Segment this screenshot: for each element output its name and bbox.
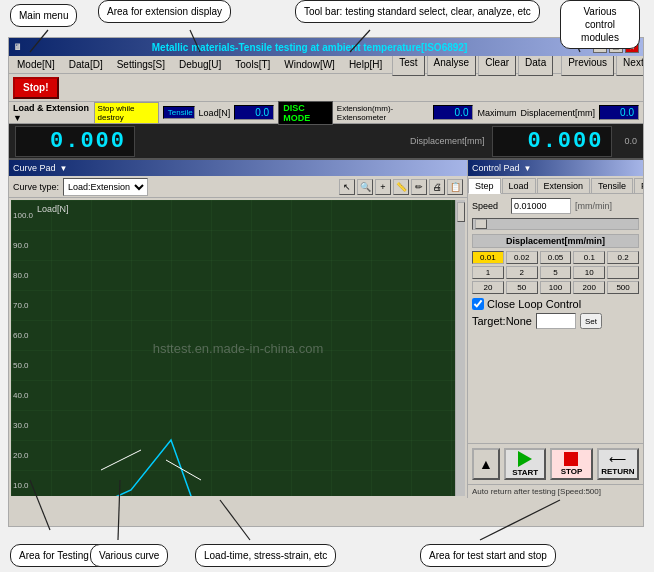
disp-btn-200[interactable]: 200	[573, 281, 605, 294]
control-tabs: Step Load Extension Tensile Program	[468, 176, 643, 194]
digital-display-right: 0.000	[492, 126, 612, 157]
target-label: Target:None	[472, 315, 532, 327]
disp-btn-01[interactable]: 0.1	[573, 251, 605, 264]
zoom-in-tool[interactable]: +	[375, 179, 391, 195]
speed-slider[interactable]	[472, 218, 639, 230]
control-panel-title: Control Pad	[472, 163, 520, 173]
target-set-button[interactable]: Set	[580, 313, 602, 329]
speed-row: Speed [mm/min]	[472, 198, 639, 214]
svg-text:90.0: 90.0	[13, 241, 29, 250]
tensile-field: Tensile	[163, 106, 195, 119]
annotation-load-time: Load-time, stress-strain, etc	[195, 544, 336, 567]
svg-text:10.0: 10.0	[13, 481, 29, 490]
disp-btn-02[interactable]: 0.2	[607, 251, 639, 264]
toolbar-prev-btn[interactable]: Previous	[561, 54, 614, 76]
extension-label: Extension(mm)-Extensometer	[337, 104, 430, 122]
close-loop-checkbox[interactable]	[472, 298, 484, 310]
tab-step[interactable]: Step	[468, 178, 501, 194]
tab-extension[interactable]: Extension	[537, 178, 591, 193]
displacement-right-value: 0.0	[624, 136, 637, 146]
menu-window[interactable]: Window[W]	[278, 58, 341, 71]
disp-btn-100[interactable]: 100	[540, 281, 572, 294]
return-label: RETURN	[601, 467, 634, 476]
disp-btn-005[interactable]: 0.05	[540, 251, 572, 264]
disp-btn-10[interactable]: 10	[573, 266, 605, 279]
displacement-value: 0.0	[599, 105, 639, 120]
svg-text:60.0: 60.0	[13, 331, 29, 340]
start-button[interactable]: START	[504, 448, 546, 480]
various-curve-label: Various curve	[99, 550, 159, 561]
curve-panel-icon: ▼	[60, 164, 68, 173]
slider-thumb[interactable]	[475, 219, 487, 229]
disp-btn-empty1	[607, 266, 639, 279]
tab-program[interactable]: Program	[634, 178, 644, 193]
vertical-scrollbar[interactable]	[455, 200, 465, 496]
menu-help[interactable]: Help[H]	[343, 58, 388, 71]
tab-load[interactable]: Load	[502, 178, 536, 193]
print-tool[interactable]: 🖨	[429, 179, 445, 195]
load-time-label: Load-time, stress-strain, etc	[204, 550, 327, 561]
curve-panel-title: Curve Pad	[13, 163, 56, 173]
disp-btn-001[interactable]: 0.01	[472, 251, 504, 264]
target-input[interactable]	[536, 313, 576, 329]
menu-debug[interactable]: Debug[U]	[173, 58, 227, 71]
load-value: 0.0	[234, 105, 274, 120]
status-row: Load & Extension ▼ Stop while destroy Te…	[9, 102, 643, 124]
svg-text:30.0: 30.0	[13, 421, 29, 430]
annotation-various-curve: Various curve	[90, 544, 168, 567]
close-loop-row: Close Loop Control	[472, 298, 639, 310]
svg-text:20.0: 20.0	[13, 451, 29, 460]
disp-btn-1[interactable]: 1	[472, 266, 504, 279]
action-buttons: ▲ START STOP ⟵ RETURN	[468, 443, 643, 484]
stop-action-label: STOP	[561, 467, 583, 476]
start-label: START	[512, 468, 538, 477]
toolbar-test-btn[interactable]: Test	[392, 54, 424, 76]
stop-button[interactable]: Stop!	[13, 77, 59, 99]
curve-type-select[interactable]: Load:Extension	[63, 178, 148, 196]
copy-tool[interactable]: 📋	[447, 179, 463, 195]
cursor-tool[interactable]: ↖	[339, 179, 355, 195]
disp-btn-2[interactable]: 2	[506, 266, 538, 279]
return-button[interactable]: ⟵ RETURN	[597, 448, 639, 480]
menu-tools[interactable]: Tools[T]	[229, 58, 276, 71]
annotation-main-menu: Main menu	[10, 4, 77, 27]
curve-toolbar: Curve type: Load:Extension ↖ 🔍 + 📏 ✏ 🖨 📋	[9, 176, 467, 198]
toolbar-next-btn[interactable]: Next	[616, 54, 644, 76]
draw-tool[interactable]: ✏	[411, 179, 427, 195]
svg-text:70.0: 70.0	[13, 301, 29, 310]
svg-text:50.0: 50.0	[13, 361, 29, 370]
main-toolbar: Stop!	[9, 74, 643, 102]
control-panel: Control Pad ▼ Step Load Extension Tensil…	[468, 160, 643, 498]
toolbar-analyse-btn[interactable]: Analyse	[427, 54, 477, 76]
speed-input[interactable]	[511, 198, 571, 214]
displacement-status-label: Displacement[mm]	[520, 108, 595, 118]
stop-action-button[interactable]: STOP	[550, 448, 592, 480]
status-section: Load & Extension ▼	[13, 103, 90, 123]
annotation-extension-display: Area for extension display	[98, 0, 231, 23]
zoom-tool[interactable]: 🔍	[357, 179, 373, 195]
menu-settings[interactable]: Settings[S]	[111, 58, 171, 71]
disp-btn-5[interactable]: 5	[540, 266, 572, 279]
app-window: 🖥 Metallic materials-Tensile testing at …	[8, 37, 644, 527]
displacement-display-label: Displacement[mm]	[410, 136, 485, 146]
toolbar-desc-label: Tool bar: testing standard select, clear…	[304, 6, 531, 17]
disp-btn-002[interactable]: 0.02	[506, 251, 538, 264]
svg-rect-0	[11, 200, 465, 496]
disp-btn-50[interactable]: 50	[506, 281, 538, 294]
disp-btn-500[interactable]: 500	[607, 281, 639, 294]
main-menu-label: Main menu	[19, 10, 68, 21]
menu-data[interactable]: Data[D]	[63, 58, 109, 71]
scrollbar-thumb[interactable]	[457, 202, 465, 222]
nav-up-button[interactable]: ▲	[472, 448, 500, 480]
disp-btn-20[interactable]: 20	[472, 281, 504, 294]
main-content: Curve Pad ▼ Curve type: Load:Extension ↖…	[9, 160, 643, 498]
curve-panel: Curve Pad ▼ Curve type: Load:Extension ↖…	[9, 160, 468, 498]
toolbar-data-btn[interactable]: Data	[518, 54, 553, 76]
menu-mode[interactable]: Mode[N]	[11, 58, 61, 71]
speed-label: Speed	[472, 201, 507, 211]
toolbar-clear-btn[interactable]: Clear	[478, 54, 516, 76]
various-control-label: Various control modules	[581, 6, 619, 43]
measure-tool[interactable]: 📏	[393, 179, 409, 195]
tab-tensile[interactable]: Tensile	[591, 178, 633, 193]
start-stop-label: Area for test start and stop	[429, 550, 547, 561]
